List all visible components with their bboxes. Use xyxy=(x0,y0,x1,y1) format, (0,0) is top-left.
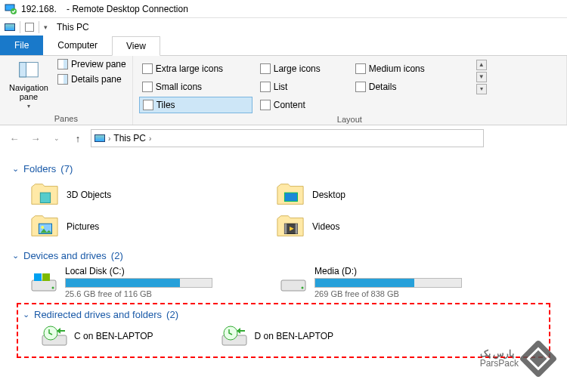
watermark-logo-icon xyxy=(519,340,558,378)
preview-pane-label: Preview pane xyxy=(71,59,126,69)
redirected-drive-icon xyxy=(221,325,248,347)
pc-icon[interactable] xyxy=(5,23,15,31)
qat-checkbox[interactable] xyxy=(25,23,34,32)
folder-desktop[interactable]: Desktop xyxy=(276,179,461,211)
nav-recent-dropdown[interactable]: ⌄ xyxy=(48,130,65,147)
details-pane-button[interactable]: Details pane xyxy=(57,74,126,85)
content-icon xyxy=(260,100,271,110)
details-icon xyxy=(355,82,366,92)
layout-content[interactable]: Content xyxy=(257,97,348,113)
svg-point-14 xyxy=(52,286,54,289)
tiles-icon xyxy=(143,100,153,110)
folder-label: 3D Objects xyxy=(67,190,111,200)
layout-medium-icons[interactable]: Medium icons xyxy=(352,60,466,77)
details-pane-icon xyxy=(57,74,68,85)
layout-large-icons[interactable]: Large icons xyxy=(257,60,348,77)
small-icons-icon xyxy=(142,82,153,92)
layout-details[interactable]: Details xyxy=(352,79,466,95)
ribbon-group-layout: Extra large icons Large icons Medium ico… xyxy=(133,56,567,125)
section-title-redirected: Redirected drives and folders xyxy=(34,309,162,320)
layout-tiles[interactable]: Tiles xyxy=(139,97,253,113)
section-header-folders[interactable]: ⌄ Folders (7) xyxy=(12,163,555,174)
list-icon xyxy=(260,82,271,92)
nav-up-button[interactable]: ↑ xyxy=(70,130,86,147)
svg-rect-10 xyxy=(296,224,298,233)
layout-small-icons[interactable]: Small icons xyxy=(139,79,253,95)
section-title-devices: Devices and drives xyxy=(23,250,107,261)
folder-label: Desktop xyxy=(312,190,345,200)
svg-rect-11 xyxy=(32,280,56,291)
medium-icons-icon xyxy=(355,63,366,74)
drive-name: Local Disk (C:) xyxy=(65,266,257,276)
folder-3d-objects[interactable]: 3D Objects xyxy=(30,179,215,211)
layout-options-grid: Extra large icons Large icons Medium ico… xyxy=(139,59,466,113)
drive-local-c[interactable]: Local Disk (C:) 25.6 GB free of 116 GB xyxy=(30,266,257,298)
svg-rect-13 xyxy=(42,273,50,281)
layout-scroll-down[interactable]: ▼ xyxy=(476,72,487,82)
chevron-down-icon: ⌄ xyxy=(12,164,19,174)
ribbon-tabs: File Computer View xyxy=(0,36,567,56)
tab-computer[interactable]: Computer xyxy=(43,35,112,55)
pc-icon xyxy=(94,134,105,142)
layout-extra-large-icons[interactable]: Extra large icons xyxy=(139,60,253,77)
rdp-icon xyxy=(5,3,17,15)
ribbon-group-panes: Navigation pane ▾ Preview pane Details p… xyxy=(0,56,133,125)
redirected-drive-c[interactable]: C on BEN-LAPTOP xyxy=(41,325,153,347)
svg-point-7 xyxy=(41,226,44,229)
chevron-right-icon[interactable]: › xyxy=(108,134,110,143)
address-row: ← → ⌄ ↑ › This PC › xyxy=(0,125,567,151)
section-header-redirected[interactable]: ⌄ Redirected drives and folders (2) xyxy=(23,309,544,320)
title-bar: 192.168. - Remote Desktop Connection xyxy=(0,0,567,18)
watermark: پارس پک ParsPack xyxy=(480,345,552,372)
separator xyxy=(20,21,20,33)
drive-usage-bar xyxy=(65,278,212,288)
svg-rect-9 xyxy=(284,224,287,233)
folder-icon xyxy=(30,214,59,239)
drive-icon xyxy=(30,271,57,294)
tab-file[interactable]: File xyxy=(0,35,43,55)
address-bar[interactable]: › This PC › xyxy=(91,129,484,147)
section-header-devices[interactable]: ⌄ Devices and drives (2) xyxy=(12,250,555,261)
nav-back-button[interactable]: ← xyxy=(6,130,23,147)
chevron-right-icon[interactable]: › xyxy=(149,134,151,143)
svg-rect-4 xyxy=(40,193,50,202)
folder-icon xyxy=(276,214,305,239)
folder-videos[interactable]: Videos xyxy=(276,211,461,242)
nav-forward-button[interactable]: → xyxy=(27,130,44,147)
redirected-drive-icon xyxy=(41,325,68,347)
ribbon-group-title-layout: Layout xyxy=(139,113,560,124)
quick-access-bar: ▾ This PC xyxy=(0,18,567,36)
breadcrumb-this-pc[interactable]: This PC xyxy=(113,133,146,144)
svg-rect-15 xyxy=(281,280,305,291)
svg-point-20 xyxy=(224,326,237,340)
tab-view[interactable]: View xyxy=(112,36,160,56)
folder-pictures[interactable]: Pictures xyxy=(30,211,215,242)
redirected-drive-d[interactable]: D on BEN-LAPTOP xyxy=(221,325,333,347)
folder-label: Videos xyxy=(312,221,339,232)
drive-icon xyxy=(280,271,307,294)
section-count-folders: (7) xyxy=(60,163,73,174)
layout-list[interactable]: List xyxy=(257,79,348,95)
folder-icon xyxy=(276,182,305,208)
details-pane-label: Details pane xyxy=(71,74,122,85)
ribbon-group-title-panes: Panes xyxy=(6,113,126,123)
layout-expand[interactable]: ▾ xyxy=(476,84,487,94)
folder-label: Pictures xyxy=(67,221,99,232)
section-title-folders: Folders xyxy=(23,163,56,174)
watermark-text-en: ParsPack xyxy=(480,359,519,369)
svg-point-16 xyxy=(302,286,304,289)
drive-free-text: 269 GB free of 838 GB xyxy=(314,289,507,298)
chevron-down-icon: ⌄ xyxy=(12,251,19,261)
section-count-devices: (2) xyxy=(111,250,123,261)
drive-name: Media (D:) xyxy=(314,266,507,276)
navigation-pane-label: Navigation pane xyxy=(6,83,51,101)
preview-pane-button[interactable]: Preview pane xyxy=(57,59,126,69)
layout-scroll-up[interactable]: ▲ xyxy=(476,60,487,70)
drive-usage-bar xyxy=(314,278,462,288)
navigation-pane-button[interactable]: Navigation pane ▾ xyxy=(6,59,51,110)
title-app: - Remote Desktop Connection xyxy=(67,4,188,14)
chevron-down-icon: ⌄ xyxy=(23,310,29,319)
drive-media-d[interactable]: Media (D:) 269 GB free of 838 GB xyxy=(280,266,507,298)
folder-icon xyxy=(30,182,59,208)
qat-dropdown-icon[interactable]: ▾ xyxy=(44,23,48,31)
